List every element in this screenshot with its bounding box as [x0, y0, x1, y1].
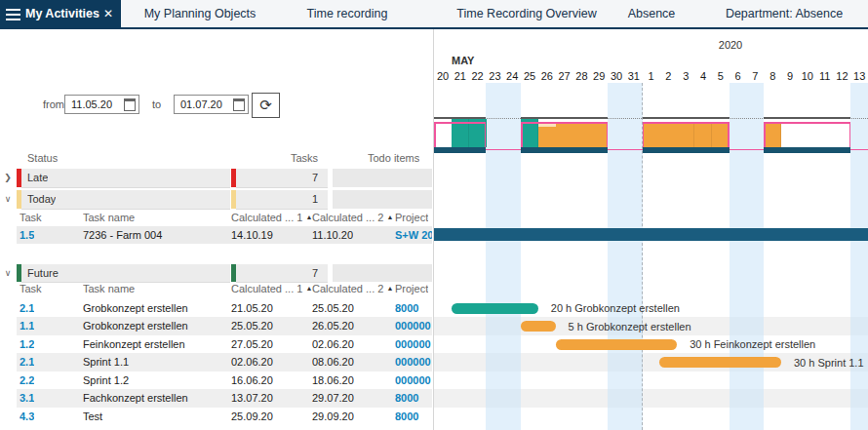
- day-label: 31: [625, 70, 643, 82]
- day-label: 9: [781, 70, 799, 82]
- task-number-link[interactable]: 1.1: [20, 320, 34, 332]
- tab-department-absence[interactable]: Department: Absence: [726, 7, 843, 20]
- task-number-link[interactable]: 1.2: [20, 338, 34, 350]
- project-link[interactable]: 000000: [395, 374, 432, 386]
- weekend-column: [625, 83, 643, 430]
- menu-icon[interactable]: [6, 9, 20, 20]
- weekend-column: [486, 83, 503, 430]
- day-label: 29: [590, 70, 608, 82]
- weekend-column: [746, 83, 764, 430]
- gantt-bar-label: 5 h Grobkonzept erstellen: [569, 321, 691, 332]
- group-row-late-todo-cell: [333, 169, 432, 187]
- project-link[interactable]: 8000: [395, 392, 432, 404]
- from-label: from: [43, 98, 64, 110]
- refresh-button[interactable]: ⟳: [252, 93, 280, 118]
- column-header-status: Status: [27, 152, 58, 164]
- workday-strip: [434, 147, 486, 153]
- tab-my-planning-objects[interactable]: My Planning Objects: [144, 7, 256, 20]
- calc-date-2: 26.05.20: [312, 320, 354, 332]
- calc-date-1: 13.07.20: [231, 392, 273, 404]
- subheader-calc2[interactable]: Calculated ... 2 ▲: [312, 212, 393, 223]
- project-link[interactable]: 000000: [395, 356, 432, 368]
- project-link[interactable]: S+W 20X: [395, 229, 432, 241]
- day-label: 27: [556, 70, 573, 82]
- capacity-limit-drop: [521, 122, 523, 149]
- gantt-task-bar[interactable]: [659, 357, 781, 368]
- group-label-future: Future: [27, 267, 59, 279]
- tab-absence[interactable]: Absence: [628, 7, 676, 20]
- sort-ascending-icon[interactable]: ▲: [386, 285, 393, 292]
- subheader-project: Project: [395, 283, 428, 294]
- capacity-cap-line: [521, 117, 608, 119]
- column-header-todo: Todo items: [368, 152, 419, 164]
- column-header-tasks: Tasks: [234, 152, 318, 164]
- task-name: Grobkonzept erstellen: [83, 302, 227, 314]
- to-date-value: 01.07.20: [180, 98, 229, 110]
- gantt-task-bar[interactable]: [452, 303, 538, 314]
- subheader-calc2[interactable]: Calculated ... 2 ▲: [312, 283, 393, 294]
- subheader-calc1[interactable]: Calculated ... 1 ▲: [231, 283, 312, 294]
- expand-chevron-icon[interactable]: ❯: [2, 173, 14, 182]
- subheader-task-name: Task name: [83, 212, 135, 223]
- histogram-bar-planned: [764, 122, 781, 147]
- group-task-count: 7: [234, 267, 318, 279]
- day-label: 26: [538, 70, 556, 82]
- capacity-limit-drop: [485, 122, 487, 149]
- tab-time-recording-overview[interactable]: Time Recording Overview: [456, 7, 596, 20]
- calc-date-2: 08.06.20: [312, 356, 354, 368]
- subheader-task: Task: [20, 283, 42, 294]
- capacity-limit-drop: [607, 122, 609, 149]
- task-number-link[interactable]: 3.1: [20, 392, 34, 404]
- workday-strip: [643, 147, 730, 153]
- workday-strip: [764, 147, 850, 153]
- to-label: to: [152, 98, 161, 110]
- calc-date-1: 02.06.20: [231, 356, 273, 368]
- from-date-value: 11.05.20: [71, 98, 120, 110]
- tab-my-activities[interactable]: My Activities ✕: [0, 0, 121, 29]
- sort-ascending-icon[interactable]: ▲: [386, 214, 393, 220]
- group-row-late-bg[interactable]: [21, 169, 230, 188]
- capacity-limit-line: [643, 122, 730, 124]
- tab-time-recording[interactable]: Time recording: [307, 7, 388, 20]
- task-number-link[interactable]: 2.1: [20, 302, 34, 314]
- to-date-input[interactable]: 01.07.20: [174, 95, 249, 114]
- group-task-count: 7: [234, 172, 318, 183]
- project-link[interactable]: 8000: [395, 410, 432, 422]
- close-icon[interactable]: ✕: [103, 7, 113, 20]
- gantt-task-bar-current[interactable]: [434, 228, 868, 241]
- day-label: 21: [452, 70, 469, 82]
- histogram-bar-planned: [643, 122, 660, 147]
- group-label-today: Today: [27, 193, 56, 205]
- gantt-task-bar[interactable]: [521, 321, 556, 332]
- group-task-count: 1: [234, 193, 318, 205]
- task-number-link[interactable]: 4.3: [20, 410, 34, 422]
- project-link[interactable]: 8000: [395, 302, 432, 314]
- day-label: 23: [486, 70, 503, 82]
- gantt-month-label: MAY: [452, 55, 474, 66]
- gantt-task-bar[interactable]: [556, 339, 678, 350]
- capacity-limit-line: [764, 122, 850, 124]
- calc-date-2: 25.05.20: [312, 302, 354, 314]
- project-link[interactable]: 000000: [395, 320, 432, 332]
- from-date-input[interactable]: 11.05.20: [64, 95, 139, 114]
- status-marker: [17, 190, 21, 209]
- calc-date-1: 25.05.20: [231, 320, 273, 332]
- task-number-link[interactable]: 1.5: [20, 229, 34, 241]
- calendar-icon[interactable]: [233, 98, 245, 111]
- task-number-link[interactable]: 2.1: [20, 356, 34, 368]
- calendar-icon[interactable]: [124, 98, 136, 111]
- weekend-column: [503, 83, 521, 430]
- day-label: 25: [521, 70, 538, 82]
- capacity-cap-line: [434, 117, 486, 119]
- calc-date-2: 18.06.20: [312, 374, 354, 386]
- project-link[interactable]: 000000: [395, 338, 432, 350]
- collapse-chevron-icon[interactable]: ∨: [2, 268, 14, 278]
- application-window: My Activities ✕ My Planning ObjectsTime …: [0, 0, 868, 430]
- day-label: 5: [712, 70, 730, 82]
- task-number-link[interactable]: 2.2: [20, 374, 34, 386]
- day-label: 30: [608, 70, 625, 82]
- workday-strip: [521, 147, 608, 153]
- collapse-chevron-icon[interactable]: ∨: [2, 194, 14, 204]
- status-marker: [17, 169, 21, 187]
- subheader-calc1[interactable]: Calculated ... 1 ▲: [231, 212, 312, 223]
